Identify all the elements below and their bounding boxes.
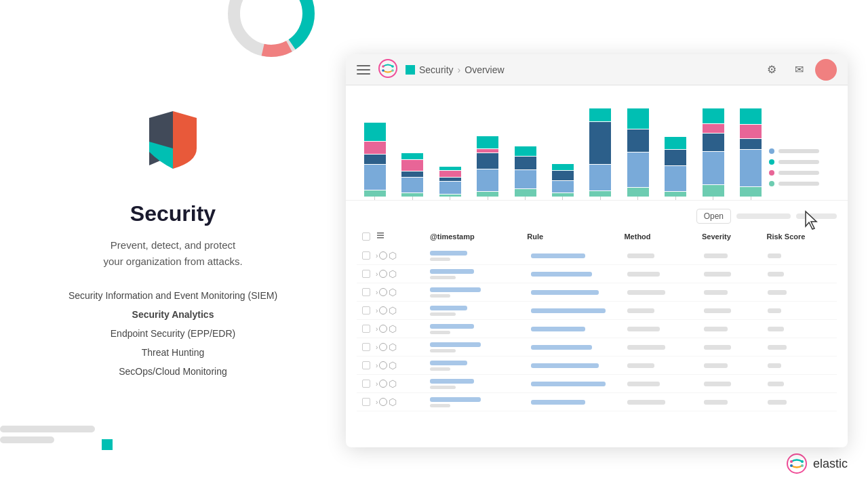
bar-segment [364,123,386,142]
row-checkbox-cell[interactable] [362,306,376,314]
row-checkbox[interactable] [362,288,370,296]
bar-segment [589,122,611,164]
bar-group-4 [507,108,543,200]
bar-segment [627,188,649,197]
status-circle-icon [379,306,387,314]
severity-cell [704,363,768,368]
bar-group-0 [357,108,393,200]
table-row[interactable]: › ⬡ [357,283,837,302]
row-checkbox-cell[interactable] [362,380,376,388]
expand-chevron-icon[interactable]: › [376,270,378,278]
bar-segment [703,134,724,151]
row-checkbox[interactable] [362,306,370,314]
method-cell [627,363,704,368]
legend-label-4 [778,182,819,186]
table-row[interactable]: › ⬡ [357,320,837,338]
bar-segment [703,108,724,123]
table-row[interactable]: › ⬡ [357,338,837,357]
severity-cell [704,345,768,350]
bar-segment [364,190,386,197]
method-cell [627,382,704,386]
row-checkbox[interactable] [362,343,370,351]
expand-chevron-icon[interactable]: › [376,307,378,314]
x-axis-tick [374,197,375,200]
bar-segment [627,152,649,187]
risk-score-cell [768,272,831,277]
hamburger-menu-icon[interactable] [357,65,370,75]
user-avatar[interactable] [815,59,837,81]
bar-segment [401,178,423,193]
bar-segment [439,171,461,177]
bar-segment [665,166,686,191]
network-icon: ⬡ [389,396,397,407]
row-action-icons: › ⬡ [376,342,430,352]
legend-dot-1 [769,148,774,154]
expand-chevron-icon[interactable]: › [376,362,378,369]
expand-chevron-icon[interactable]: › [376,325,378,333]
bar-group-3 [469,108,505,200]
network-icon: ⬡ [389,378,397,389]
row-checkbox-cell[interactable] [362,343,376,351]
row-checkbox[interactable] [362,361,370,369]
feature-item-secops: SecOps/Cloud Monitoring [68,362,277,381]
bar-segment [665,137,686,149]
row-checkbox[interactable] [362,380,370,388]
row-checkbox-cell[interactable] [362,270,376,278]
risk-score-cell [768,345,831,350]
row-checkbox[interactable] [362,325,370,333]
bar-segment [401,160,423,171]
legend-dot-3 [769,170,774,176]
risk-score-cell [768,363,831,368]
row-checkbox-cell[interactable] [362,251,376,260]
table-row[interactable]: › ⬡ [357,265,837,283]
status-circle-icon [379,270,387,278]
legend-item-3 [769,170,837,176]
svg-point-7 [801,464,804,467]
teal-accent-square [102,439,113,450]
bar-segment [740,125,762,138]
table-row[interactable]: › ⬡ [357,393,837,411]
table-row[interactable]: › ⬡ [357,302,837,320]
expand-chevron-icon[interactable]: › [376,399,378,406]
row-checkbox-cell[interactable] [362,288,376,296]
data-table: Open @timestamp Rule Method Severity Ris… [346,201,848,420]
severity-cell [704,290,768,295]
svg-point-9 [382,65,384,68]
table-row[interactable]: › ⬡ [357,357,837,375]
table-row[interactable]: › ⬡ [357,247,837,265]
select-all-checkbox[interactable] [362,232,376,241]
row-checkbox-cell[interactable] [362,398,376,406]
elastic-brand-text: elastic [813,457,848,471]
row-checkbox[interactable] [362,270,370,278]
row-checkbox[interactable] [362,398,370,406]
rule-cell [531,382,627,386]
row-action-icons: › ⬡ [376,360,430,371]
bar-group-5 [545,108,580,200]
row-checkbox[interactable] [362,251,370,260]
svg-rect-13 [377,232,384,234]
x-axis-tick [637,197,638,200]
risk-score-cell [768,253,831,258]
notifications-icon[interactable]: ✉ [788,59,810,81]
open-badge[interactable]: Open [696,209,731,224]
bar-segment [627,108,649,129]
chart-area [346,85,848,201]
expand-chevron-icon[interactable]: › [376,380,378,388]
breadcrumb-separator: › [458,64,461,75]
x-axis-tick [525,197,526,200]
expand-chevron-icon[interactable]: › [376,344,378,351]
bar-segment [477,136,498,148]
row-checkbox-cell[interactable] [362,361,376,369]
expand-chevron-icon[interactable]: › [376,252,378,260]
bar-group-8 [658,108,694,200]
severity-cell [704,308,768,313]
timestamp-cell [430,324,531,334]
row-checkbox-cell[interactable] [362,325,376,333]
timestamp-col-header: @timestamp [430,232,527,241]
expand-chevron-icon[interactable]: › [376,289,378,296]
network-icon: ⬡ [389,268,397,279]
table-row[interactable]: › ⬡ [357,375,837,393]
donut-chart-partial [217,0,326,68]
browser-window: Security › Overview ⚙ ✉ [346,54,848,447]
settings-icon[interactable]: ⚙ [761,59,783,81]
